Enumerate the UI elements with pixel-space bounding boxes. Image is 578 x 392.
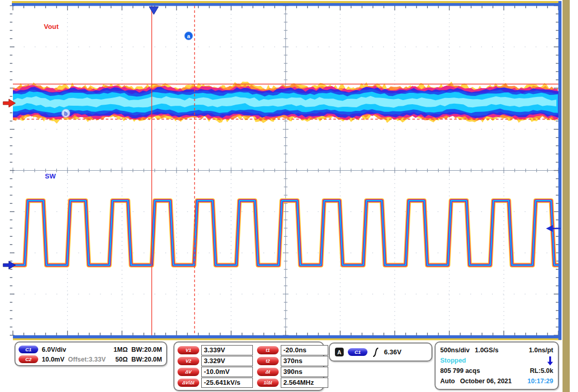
- v2-value: 3.329V: [201, 356, 253, 366]
- cursor-b-handle[interactable]: b: [61, 109, 70, 118]
- channel-2-bandwidth: BW:20.0M: [131, 356, 162, 363]
- oscilloscope-screen: Vout SW a b C1 6.0V/div 1MΩ BW:20.0M C2 …: [0, 0, 578, 392]
- trigger-system-badge: A: [335, 348, 344, 356]
- channel-2-row: C2 10.0mV Offset:3.33V 50Ω BW:20.0M: [19, 354, 162, 364]
- sample-resolution: 1.0ns/pt: [529, 347, 553, 354]
- timebase-row: 500ns/div 1.0GS/s 1.0ns/pt: [440, 345, 553, 355]
- channel-settings-box: C1 6.0V/div 1MΩ BW:20.0M C2 10.0mV Offse…: [14, 341, 167, 366]
- cursor-readout-box: V1 3.339V V2 3.329V ΔV -10.0mV ΔV/Δt -25…: [173, 341, 324, 391]
- waveform-display: Vout SW a b: [0, 0, 561, 341]
- voltage-readout-column: V1 3.339V V2 3.329V ΔV -10.0mV ΔV/Δt -25…: [178, 345, 253, 388]
- readout-row: Δt 390ns: [257, 366, 328, 377]
- date-label: October 06, 2021: [460, 378, 511, 385]
- inv-delta-t-value: 2.564MHz: [281, 378, 328, 388]
- readout-row: t1 -20.0ns: [257, 345, 328, 355]
- dv-dt-value: -25.641kV/s: [201, 378, 253, 388]
- dv-dt-badge: ΔV/Δt: [178, 379, 199, 387]
- readout-row: V1 3.339V: [178, 345, 253, 355]
- waveform-position-arrow-icon: [547, 356, 553, 366]
- readout-row: V2 3.329V: [178, 355, 253, 366]
- acquisition-status-row: Stopped: [440, 355, 553, 366]
- channel-1-row: C1 6.0V/div 1MΩ BW:20.0M: [19, 345, 162, 354]
- trigger-source-badge: C1: [348, 348, 367, 356]
- acquisition-count: 805 799 acqs: [440, 367, 480, 374]
- channel-1-scale: 6.0V/div: [42, 346, 66, 353]
- readout-row: 1/Δt 2.564MHz: [257, 377, 328, 388]
- channel-2-badge[interactable]: C2: [19, 355, 38, 363]
- delta-t-value: 390ns: [281, 367, 328, 377]
- trigger-level-value: 6.36V: [384, 348, 402, 356]
- trigger-settings-box[interactable]: A C1 6.36V: [329, 342, 432, 362]
- clock-label: 10:17:29: [527, 378, 553, 385]
- channel-2-impedance: 50Ω: [116, 356, 128, 363]
- acquisition-status: Stopped: [440, 357, 466, 364]
- v1-badge: V1: [178, 346, 199, 354]
- channel-1-impedance: 1MΩ: [114, 346, 127, 353]
- graticule-canvas: [0, 0, 561, 341]
- t1-value: -20.0ns: [281, 345, 328, 355]
- acquisition-count-row: 805 799 acqs RL:5.0k: [440, 366, 553, 376]
- delta-v-badge: ΔV: [178, 368, 199, 376]
- v2-badge: V2: [178, 357, 199, 365]
- sw-waveform-label: SW: [45, 172, 56, 180]
- delta-t-badge: Δt: [257, 368, 279, 376]
- timebase-scale: 500ns/div: [440, 347, 470, 354]
- inv-delta-t-badge: 1/Δt: [257, 379, 279, 387]
- mode-date-row: Auto October 06, 2021 10:17:29: [440, 376, 553, 386]
- readout-row: t2 370ns: [257, 355, 328, 366]
- cursor-a-handle[interactable]: a: [184, 31, 193, 40]
- vout-waveform-label: Vout: [44, 23, 59, 30]
- readout-row: ΔV/Δt -25.641kV/s: [178, 377, 253, 388]
- delta-v-value: -10.0mV: [201, 367, 253, 377]
- readout-row: ΔV -10.0mV: [178, 366, 253, 377]
- v1-value: 3.339V: [201, 345, 253, 355]
- time-readout-column: t1 -20.0ns t2 370ns Δt 390ns 1/Δt 2.564M…: [257, 345, 328, 388]
- right-bezel: [563, 0, 570, 392]
- t2-badge: t2: [257, 357, 279, 365]
- rising-edge-icon: [372, 347, 380, 357]
- horizontal-acquisition-box[interactable]: 500ns/div 1.0GS/s 1.0ns/pt Stopped 805 7…: [435, 341, 559, 390]
- trigger-mode: Auto: [440, 378, 455, 385]
- record-length: RL:5.0k: [530, 367, 553, 374]
- sample-rate: 1.0GS/s: [475, 347, 499, 354]
- t2-value: 370ns: [281, 356, 328, 366]
- t1-badge: t1: [257, 346, 279, 354]
- channel-1-badge[interactable]: C1: [19, 346, 38, 353]
- channel-2-scale: 10.0mV: [42, 356, 65, 363]
- channel-2-offset: Offset:3.33V: [68, 356, 106, 363]
- channel-1-bandwidth: BW:20.0M: [131, 346, 162, 353]
